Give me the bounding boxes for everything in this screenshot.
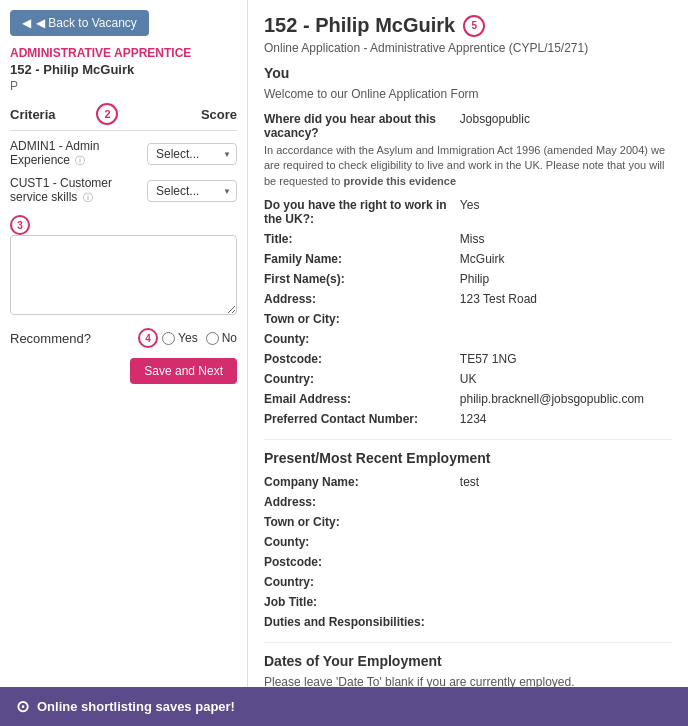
field-value: [460, 572, 672, 592]
table-row: First Name(s): Philip: [264, 269, 672, 289]
divider: [264, 439, 672, 440]
radio-no-label[interactable]: No: [206, 331, 237, 345]
criteria-header: Criteria 2 Score: [10, 103, 237, 131]
radio-no[interactable]: [206, 332, 219, 345]
field-label: Preferred Contact Number:: [264, 409, 460, 429]
section-dates-title: Dates of Your Employment: [264, 653, 672, 669]
field-value: TE57 1NG: [460, 349, 672, 369]
field-label: County:: [264, 329, 460, 349]
table-row: Postcode:: [264, 552, 672, 572]
table-row: Address: 123 Test Road: [264, 289, 672, 309]
employment-info-table: Company Name: test Address: Town or City…: [264, 472, 672, 632]
field-value: McGuirk: [460, 249, 672, 269]
applicant-name: 152 - Philip McGuirk: [264, 14, 455, 37]
criteria-row-admin: ADMIN1 - Admin Experience ⓘ Select... 0 …: [10, 139, 237, 168]
field-value: Jobsgopublic: [460, 109, 672, 143]
field-value: [460, 309, 672, 329]
field-label: Town or City:: [264, 309, 460, 329]
table-row: Postcode: TE57 1NG: [264, 349, 672, 369]
field-label: Country:: [264, 369, 460, 389]
info-icon-admin[interactable]: ⓘ: [75, 155, 85, 166]
welcome-text: Welcome to our Online Application Form: [264, 87, 672, 101]
right-panel: 152 - Philip McGuirk 5 Online Applicatio…: [248, 0, 688, 726]
score-select-cust[interactable]: Select... 0 1 2 3 4 5: [147, 180, 237, 202]
info-icon-cust[interactable]: ⓘ: [83, 192, 93, 203]
field-label: Country:: [264, 572, 460, 592]
table-row: Company Name: test: [264, 472, 672, 492]
vacancy-title: ADMINISTRATIVE APPRENTICE: [10, 46, 237, 60]
table-row: Where did you hear about this vacancy? J…: [264, 109, 672, 143]
section-employment-title: Present/Most Recent Employment: [264, 450, 672, 466]
back-button-label: ◀ Back to Vacancy: [36, 16, 137, 30]
notes-textarea[interactable]: [10, 235, 237, 315]
criteria-badge: 2: [96, 103, 118, 125]
radio-yes[interactable]: [162, 332, 175, 345]
back-button[interactable]: ◀ ◀ Back to Vacancy: [10, 10, 149, 36]
right-header: 152 - Philip McGuirk 5: [264, 14, 672, 37]
field-value: UK: [460, 369, 672, 389]
field-value: [460, 552, 672, 572]
table-row: Address:: [264, 492, 672, 512]
recommend-row: Recommend? 4 Yes No: [10, 328, 237, 348]
divider-dates: [264, 642, 672, 643]
field-label: Duties and Responsibilities:: [264, 612, 460, 632]
score-select-cust-wrapper: Select... 0 1 2 3 4 5: [147, 180, 237, 202]
table-row: Email Address: philip.bracknell@jobsgopu…: [264, 389, 672, 409]
field-value: test: [460, 472, 672, 492]
score-select-admin-wrapper: Select... 0 1 2 3 4 5: [147, 143, 237, 165]
field-value: 123 Test Road: [460, 289, 672, 309]
field-value: Miss: [460, 229, 672, 249]
field-label: Where did you hear about this vacancy?: [264, 109, 460, 143]
footer: ⊙ Online shortlisting saves paper!: [0, 687, 688, 726]
table-row: Do you have the right to work in the UK?…: [264, 195, 672, 229]
radio-yes-label[interactable]: Yes: [162, 331, 198, 345]
field-label: Job Title:: [264, 592, 460, 612]
field-label: Company Name:: [264, 472, 460, 492]
field-label: Title:: [264, 229, 460, 249]
field-label: Postcode:: [264, 552, 460, 572]
left-panel: ◀ ◀ Back to Vacancy ADMINISTRATIVE APPRE…: [0, 0, 248, 726]
field-label: County:: [264, 532, 460, 552]
table-row: County:: [264, 532, 672, 552]
recommend-label: Recommend?: [10, 331, 138, 346]
score-label: Score: [201, 107, 237, 122]
table-row: County:: [264, 329, 672, 349]
criteria-name-cust: CUST1 - Customer service skills ⓘ: [10, 176, 147, 205]
table-row: Preferred Contact Number: 1234: [264, 409, 672, 429]
personal-info-table: Do you have the right to work in the UK?…: [264, 195, 672, 429]
field-value: [460, 492, 672, 512]
table-row: Job Title:: [264, 592, 672, 612]
table-row: Country:: [264, 572, 672, 592]
field-value: Yes: [460, 195, 672, 229]
notes-area: 3: [10, 215, 237, 318]
table-row: Title: Miss: [264, 229, 672, 249]
notice-text: In accordance with the Asylum and Immigr…: [264, 143, 672, 189]
table-row: Country: UK: [264, 369, 672, 389]
radio-group: Yes No: [162, 331, 237, 345]
footer-text: Online shortlisting saves paper!: [37, 699, 235, 714]
no-text: No: [222, 331, 237, 345]
field-value: [460, 329, 672, 349]
table-row: Town or City:: [264, 512, 672, 532]
footer-icon: ⊙: [16, 697, 29, 716]
criteria-name-admin: ADMIN1 - Admin Experience ⓘ: [10, 139, 147, 168]
field-value: Philip: [460, 269, 672, 289]
table-row: Town or City:: [264, 309, 672, 329]
field-label: Email Address:: [264, 389, 460, 409]
field-label: First Name(s):: [264, 269, 460, 289]
field-value: [460, 512, 672, 532]
notes-badge: 3: [10, 215, 30, 235]
table-row: Duties and Responsibilities:: [264, 612, 672, 632]
field-label: Town or City:: [264, 512, 460, 532]
field-label: Family Name:: [264, 249, 460, 269]
field-value: 1234: [460, 409, 672, 429]
field-label: Address:: [264, 289, 460, 309]
field-label: Postcode:: [264, 349, 460, 369]
criteria-row-cust: CUST1 - Customer service skills ⓘ Select…: [10, 176, 237, 205]
criteria-label: Criteria: [10, 107, 92, 122]
field-value: [460, 612, 672, 632]
save-next-button[interactable]: Save and Next: [130, 358, 237, 384]
vacancy-code: P: [10, 79, 237, 93]
score-select-admin[interactable]: Select... 0 1 2 3 4 5: [147, 143, 237, 165]
field-value: philip.bracknell@jobsgopublic.com: [460, 389, 672, 409]
